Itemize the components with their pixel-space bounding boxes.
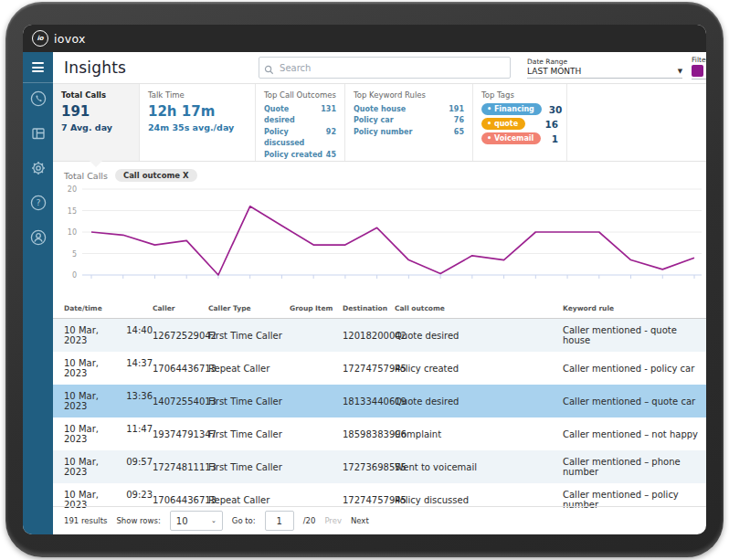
chart-filter-chip-call-outcome[interactable]: Call outcome X: [115, 169, 197, 182]
keyword-rule-row[interactable]: Policy car76: [354, 115, 464, 126]
filter-color-swatch: [692, 65, 703, 77]
page-title: Insights: [64, 58, 126, 77]
cell-caller: 19374791347: [153, 429, 208, 439]
next-page-button[interactable]: Next: [351, 516, 369, 525]
cell-date-time: 10 Mar, 202313:36: [64, 391, 153, 411]
column-header[interactable]: Caller: [153, 304, 208, 312]
dashboard-icon: [29, 124, 48, 146]
stat-card-total-calls[interactable]: Total Calls 191 7 Avg. day: [53, 84, 140, 161]
cell-date-time: 10 Mar, 202311:47: [64, 424, 153, 444]
gear-icon: [29, 159, 48, 181]
cell-caller-type: First Time Caller: [208, 429, 290, 439]
stat-label: Top Keyword Rules: [354, 90, 464, 100]
search-icon: [264, 61, 274, 71]
date-range-label: Date Range: [527, 58, 682, 66]
column-header[interactable]: Group: [290, 304, 315, 312]
sidebar-item-help[interactable]: ?: [23, 187, 53, 222]
stat-sub: 24m 35s avg./day: [148, 122, 247, 132]
call-outcome-name: Policy discussed: [264, 127, 326, 150]
keyword-rule-value: 191: [449, 104, 464, 115]
call-outcome-name: Policy created: [264, 150, 322, 161]
pagination-bar: 191 results Show rows: 10 ⌄ Go to: /20 P…: [53, 506, 706, 534]
table-row[interactable]: 10 Mar, 202314:3717064436713Repeat Calle…: [53, 352, 706, 385]
filters-label: Filters: [692, 56, 706, 64]
chart-tab-total-calls[interactable]: Total Calls: [64, 171, 108, 181]
table-row[interactable]: 10 Mar, 202313:3614072554013First Time C…: [53, 385, 706, 417]
line-chart: 20151050: [53, 182, 706, 293]
tag-row[interactable]: • Financing30: [481, 103, 558, 115]
column-header[interactable]: Call outcome: [395, 304, 563, 312]
keyword-rule-name: Quote house: [354, 104, 406, 115]
column-header[interactable]: Destination: [343, 304, 395, 312]
sidebar-item-settings[interactable]: [23, 153, 53, 187]
date-range-value: LAST MONTH: [527, 67, 581, 76]
cell-keyword-rule: Caller mentioned – phone number: [563, 457, 706, 477]
call-outcome-value: 45: [326, 150, 336, 161]
keyword-rule-row[interactable]: Policy number65: [354, 127, 464, 138]
table-header-row: Date/timeCallerCaller TypeGroupItemDesti…: [53, 299, 706, 319]
show-rows-value: 10: [176, 516, 188, 526]
menu-button[interactable]: [23, 52, 53, 83]
cell-caller-type: First Time Caller: [208, 396, 290, 407]
stat-value: 191: [61, 103, 131, 120]
column-header[interactable]: Date/time: [64, 304, 153, 312]
tag-pill[interactable]: • quote: [481, 118, 525, 130]
goto-page-input[interactable]: [265, 511, 294, 531]
column-header[interactable]: Item: [315, 304, 343, 312]
call-outcome-row[interactable]: Policy discussed92: [264, 127, 336, 150]
keyword-rule-name: Policy number: [354, 127, 412, 138]
column-header[interactable]: Keyword rule: [563, 304, 706, 312]
search-input[interactable]: [259, 57, 511, 79]
table-row[interactable]: 10 Mar, 202309:5717274811113First Time C…: [53, 450, 706, 483]
call-outcome-value: 92: [326, 127, 336, 150]
y-axis-tick-label: 5: [72, 250, 77, 259]
cell-destination: 18133440619: [343, 396, 395, 407]
account-icon: [29, 228, 48, 250]
stat-card-top-keyword-rules[interactable]: Top Keyword Rules Quote house191Policy c…: [345, 84, 473, 161]
stat-sub: 7 Avg. day: [61, 122, 131, 132]
sidebar-item-account[interactable]: [23, 222, 53, 257]
filters-select[interactable]: Filters ▼: [692, 56, 706, 79]
svg-text:?: ?: [36, 197, 40, 207]
call-outcome-row[interactable]: Quote desired131: [264, 104, 336, 127]
cell-destination: 17274757945: [343, 495, 395, 505]
cell-keyword-rule: Caller mentioned - policy car: [563, 364, 706, 374]
show-rows-select[interactable]: 10 ⌄: [170, 511, 223, 531]
sidebar-item-calls[interactable]: [23, 83, 53, 118]
help-icon: ?: [29, 194, 48, 216]
tag-count: 1: [552, 133, 558, 144]
stat-card-top-call-outcomes[interactable]: Top Call Outcomes Quote desired131Policy…: [256, 84, 345, 161]
y-axis-tick-label: 20: [68, 185, 77, 194]
stats-row-spacer: [567, 84, 706, 161]
cell-call-outcome: Policy discussed: [395, 495, 563, 505]
sidebar-nav: ?: [23, 52, 53, 534]
date-range-select[interactable]: Date Range LAST MONTH ▼: [527, 58, 682, 79]
cell-call-outcome: Quote desired: [395, 396, 563, 407]
tag-row[interactable]: • quote16: [481, 118, 558, 130]
calls-table: Date/timeCallerCaller TypeGroupItemDesti…: [53, 299, 706, 506]
total-calls-line-series: [91, 206, 694, 275]
tag-row[interactable]: • Voicemail1: [481, 132, 558, 144]
stat-card-talk-time[interactable]: Talk Time 12h 17m 24m 35s avg./day: [140, 84, 256, 161]
top-brand-bar: io iovox: [23, 25, 706, 52]
keyword-rule-row[interactable]: Quote house191: [354, 104, 464, 115]
prev-page-button[interactable]: Prev: [324, 516, 342, 525]
column-header[interactable]: Caller Type: [208, 304, 290, 312]
sidebar-item-dashboard[interactable]: [23, 118, 53, 153]
tag-count: 16: [544, 119, 558, 130]
cell-caller: 12672529042: [153, 331, 208, 341]
hamburger-icon: [32, 62, 44, 72]
cell-keyword-rule: Caller mentioned – not happy: [563, 429, 706, 439]
call-outcome-row[interactable]: Policy created45: [264, 150, 336, 161]
chevron-down-icon: ▼: [678, 68, 682, 75]
table-row[interactable]: 10 Mar, 202314:4012672529042First Time C…: [53, 319, 706, 352]
results-count: 191 results: [64, 516, 107, 525]
table-row[interactable]: 10 Mar, 202311:4719374791347First Time C…: [53, 417, 706, 450]
stat-label: Talk Time: [148, 90, 247, 100]
stat-card-top-tags[interactable]: Top Tags • Financing30• quote16• Voicema…: [473, 84, 567, 161]
remove-chip-icon[interactable]: X: [183, 171, 189, 180]
chevron-down-icon: ⌄: [211, 517, 217, 524]
tag-pill[interactable]: • Voicemail: [481, 132, 541, 144]
tag-pill[interactable]: • Financing: [481, 103, 542, 115]
app-screen: io iovox: [23, 25, 706, 534]
